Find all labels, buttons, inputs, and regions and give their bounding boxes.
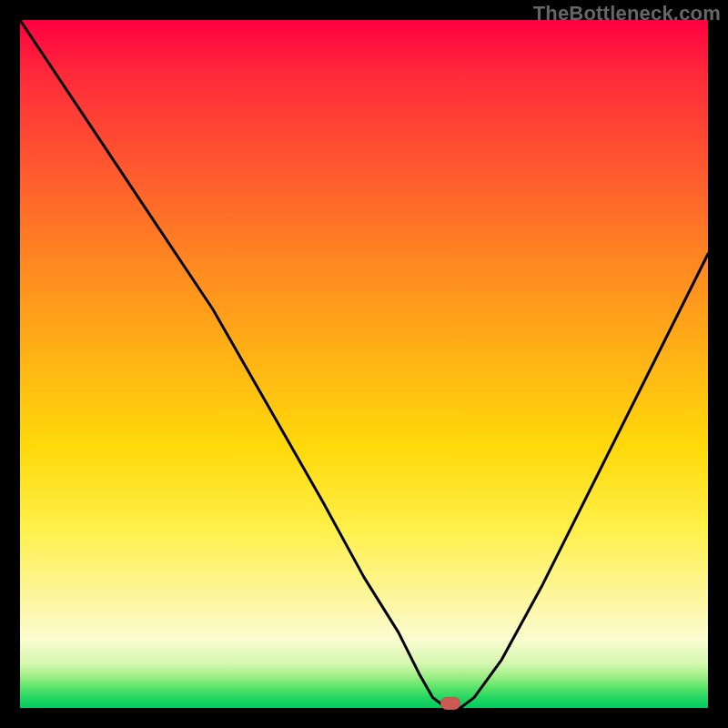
plot-area <box>20 20 708 708</box>
optimum-marker <box>440 697 460 710</box>
attribution-label: TheBottleneck.com <box>533 2 721 25</box>
chart-frame: TheBottleneck.com <box>0 0 728 728</box>
curve-path <box>20 20 708 708</box>
bottleneck-curve <box>20 20 708 708</box>
